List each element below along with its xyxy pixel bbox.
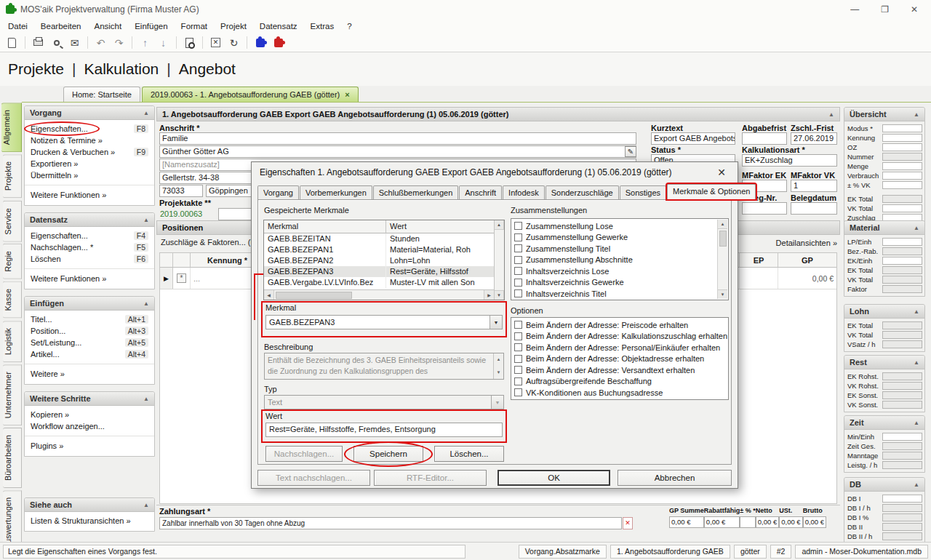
row-field[interactable]	[882, 401, 922, 409]
panel-datensatz-header[interactable]: Datensatz▲	[25, 213, 154, 227]
row-field[interactable]	[882, 523, 922, 531]
sidebar-item[interactable]: Notizen & Termine »	[25, 135, 154, 146]
ep-cell[interactable]	[740, 268, 778, 289]
dialog-tab[interactable]: Anschrift	[459, 185, 502, 199]
collapse-icon[interactable]: ▲	[828, 111, 834, 118]
row-field[interactable]	[882, 285, 922, 293]
checkbox-row[interactable]: Inhaltsverzeichnis Lose	[514, 265, 725, 277]
breadcrumb-kalkulation[interactable]: Kalkulation	[84, 60, 159, 78]
checkbox[interactable]	[514, 267, 522, 275]
checkbox[interactable]	[514, 321, 522, 329]
merkmal-column-header[interactable]: Merkmal	[264, 220, 386, 233]
cancel-icon[interactable]: ✕	[207, 36, 224, 50]
breadcrumb-projekte[interactable]: Projekte	[8, 60, 64, 78]
checkbox[interactable]	[514, 256, 522, 264]
wert-input[interactable]: Rest=Geräte, Hilfsstoffe, Fremdes, Entso…	[265, 423, 503, 437]
collapse-icon[interactable]: ▲	[914, 308, 919, 315]
sidebar-item[interactable]: Position...Alt+3	[25, 325, 154, 337]
row-selector[interactable]: ▶	[160, 268, 173, 289]
scroll-down-icon[interactable]: ▼	[495, 290, 504, 300]
row-field[interactable]	[882, 372, 922, 380]
sidebar-item[interactable]: Weitere Funktionen »	[25, 185, 154, 201]
horizontal-scrollbar[interactable]: ◀ ▶	[264, 289, 494, 300]
row-field[interactable]	[882, 452, 922, 460]
sidebar-item[interactable]: LöschenF6	[25, 253, 154, 265]
row-field[interactable]	[882, 181, 922, 189]
dialog-tab[interactable]: Sonstiges	[620, 185, 666, 199]
collapse-icon[interactable]: ▲	[143, 502, 149, 508]
module-tab[interactable]: Projekte	[3, 154, 22, 198]
panel-vorgang-header[interactable]: Vorgang▲	[25, 106, 154, 120]
checkbox-row[interactable]: Zusammenstellung Abschnitte	[514, 255, 725, 266]
total-value[interactable]: 0,00 €	[756, 516, 779, 528]
belegdatum-field[interactable]	[791, 202, 837, 215]
merkmal-row[interactable]: GAEB.BEZEPAN3 Rest=Geräte, Hilfsstof	[264, 266, 494, 277]
ok-button[interactable]: OK	[498, 470, 610, 486]
checkbox[interactable]	[514, 332, 522, 340]
sidebar-item[interactable]: Eigenschaften...F8	[25, 123, 154, 135]
menu-item[interactable]: ?	[340, 20, 358, 32]
module-tab[interactable]: Regie	[3, 244, 22, 279]
close-icon[interactable]: ✕	[911, 4, 918, 15]
collapse-icon[interactable]: ▲	[143, 110, 149, 116]
sidebar-item[interactable]: Plugins »	[25, 436, 154, 452]
beleg-nr-field[interactable]	[742, 202, 787, 215]
move-down-icon[interactable]: ↓	[155, 36, 172, 50]
row-field[interactable]	[882, 204, 922, 212]
row-field[interactable]	[882, 433, 922, 441]
row-field[interactable]	[882, 442, 922, 450]
dialog-tab[interactable]: Vorgang	[257, 185, 299, 199]
checkbox-row[interactable]: Inhaltsverzeichnis Titel	[514, 288, 725, 300]
dialog-close-icon[interactable]: ✕	[714, 167, 730, 178]
grid-ep-header[interactable]: EP	[740, 253, 778, 267]
abbrechen-button[interactable]: Abbrechen	[618, 470, 732, 486]
sidebar-item[interactable]: Set/Leistung...Alt+5	[25, 337, 154, 348]
row-field[interactable]	[882, 532, 922, 540]
checkbox[interactable]	[514, 366, 522, 374]
abgabefrist-field[interactable]	[742, 132, 787, 145]
row-field[interactable]	[882, 195, 922, 203]
menu-item[interactable]: Ansicht	[87, 20, 128, 32]
collapse-icon[interactable]: ▲	[914, 111, 919, 118]
new-document-icon[interactable]	[4, 36, 20, 50]
menu-item[interactable]: Extras	[304, 20, 341, 32]
row-field[interactable]	[882, 495, 922, 503]
checkbox[interactable]	[514, 244, 522, 252]
collapse-icon[interactable]: ▲	[914, 225, 919, 231]
collapse-icon[interactable]: ▲	[914, 420, 919, 426]
dialog-tab[interactable]: Vorbemerkungen	[300, 185, 372, 199]
section-material-header[interactable]: Material▲	[844, 221, 924, 235]
row-field[interactable]	[882, 143, 922, 151]
checkbox-row[interactable]: Beim Ändern der Adresse: Preiscode erhal…	[514, 319, 725, 331]
speichern-button[interactable]: Speichern	[353, 446, 423, 462]
minimize-icon[interactable]: —	[850, 4, 859, 15]
total-value[interactable]: 0,00 €	[779, 516, 802, 528]
zschl-frist-field[interactable]: 27.06.2019	[791, 132, 837, 145]
panel-weitere-schritte-header[interactable]: Weitere Schritte▲	[25, 392, 154, 406]
checkbox-row[interactable]: Inhaltsverzeichnis Gewerke	[514, 277, 725, 289]
loeschen-button[interactable]: Löschen...	[434, 446, 504, 462]
detailansichten-link[interactable]: Detailansichten »	[754, 239, 837, 247]
dialog-title-bar[interactable]: Eigenschaften 1. Angebotsaufforderung GA…	[252, 162, 738, 182]
plz-field[interactable]: 73033	[159, 185, 203, 197]
scrollbar-thumb[interactable]	[276, 292, 352, 299]
email-icon[interactable]: ✉	[66, 36, 83, 50]
text-nachschlagen-button[interactable]: Text nachschlagen...	[257, 470, 370, 486]
dialog-tab[interactable]: Merkmale & Optionen	[667, 184, 756, 199]
collapse-icon[interactable]: ▲	[143, 300, 149, 307]
row-field[interactable]	[882, 172, 922, 180]
name-field[interactable]: Günther Götter AG	[159, 145, 636, 158]
report-icon[interactable]	[181, 36, 198, 50]
row-field[interactable]	[882, 134, 922, 142]
row-field[interactable]	[882, 321, 922, 329]
row-field[interactable]	[882, 504, 922, 512]
sidebar-item[interactable]: Titel...Alt+1	[25, 313, 154, 325]
print-icon[interactable]	[30, 36, 47, 50]
anrede-field[interactable]: Familie	[159, 132, 636, 145]
checkbox[interactable]	[514, 222, 522, 230]
row-field[interactable]	[882, 153, 922, 161]
checkbox[interactable]	[514, 233, 522, 241]
section-rest-header[interactable]: Rest▲	[844, 356, 924, 369]
collapse-icon[interactable]: ▲	[914, 359, 919, 366]
print-preview-icon[interactable]	[48, 36, 65, 50]
